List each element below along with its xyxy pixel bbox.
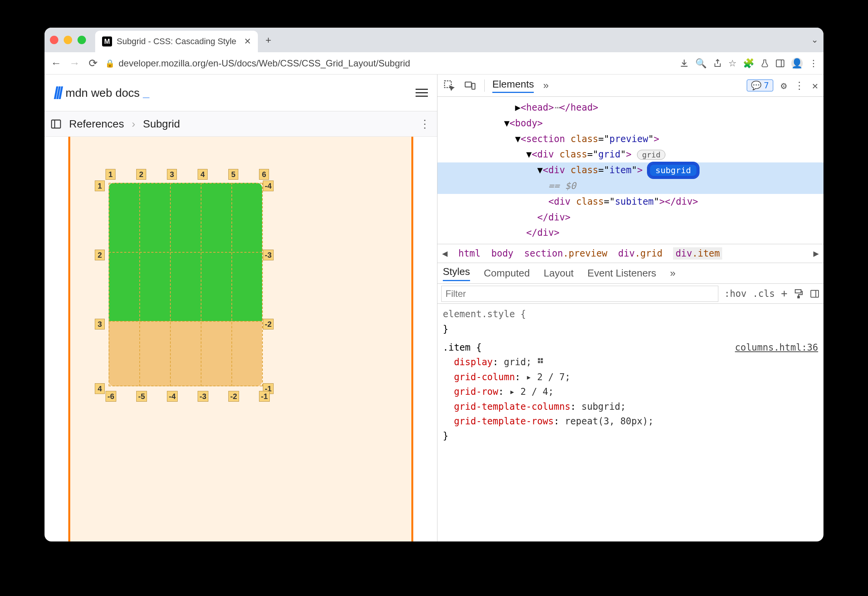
breadcrumb-more-button[interactable]: ⋮ (419, 118, 431, 130)
style-rule[interactable]: element.style { (443, 307, 818, 321)
hov-toggle[interactable]: :hov (724, 288, 747, 299)
example-frame: 1 2 3 4 5 6 1 2 3 4 -4 -3 -2 (68, 137, 413, 541)
style-rule-header[interactable]: columns.html:36.item { (443, 340, 818, 355)
svg-rect-9 (541, 358, 543, 361)
tab-more-icon[interactable]: » (670, 267, 675, 279)
crumb-item[interactable]: div.grid (618, 248, 663, 259)
browser-tab[interactable]: M Subgrid - CSS: Cascading Style ✕ (95, 31, 258, 52)
style-rule: } (443, 429, 818, 443)
cls-toggle[interactable]: .cls (752, 288, 775, 299)
grid-line-label: 3 (95, 319, 105, 329)
style-declaration[interactable]: grid-template-rows: repeat(3, 80px); (443, 414, 818, 429)
hamburger-menu-button[interactable] (416, 86, 428, 99)
dom-node[interactable]: ▼<section class="preview"> (437, 131, 823, 147)
dom-eq: == $0 (437, 178, 823, 194)
install-icon[interactable] (679, 58, 689, 68)
new-style-icon[interactable]: + (781, 287, 787, 300)
dom-node[interactable]: </div> (437, 210, 823, 225)
browser-window: M Subgrid - CSS: Cascading Style ✕ + ⌄ ←… (45, 28, 823, 541)
crumb-item[interactable]: section.preview (524, 248, 607, 259)
breadcrumb-separator: › (132, 118, 135, 130)
style-declaration[interactable]: display: grid; (443, 355, 818, 369)
svg-rect-8 (538, 358, 540, 361)
crumb-item[interactable]: body (491, 248, 513, 259)
svg-rect-5 (795, 290, 801, 293)
grid-badge[interactable]: grid (637, 150, 665, 160)
svg-rect-1 (51, 120, 60, 128)
crumb-prev-icon[interactable]: ◀ (442, 248, 447, 259)
new-tab-button[interactable]: + (266, 34, 271, 46)
close-devtools-icon[interactable]: ✕ (812, 80, 818, 91)
style-declaration[interactable]: grid-column: ▸ 2 / 7; (443, 370, 818, 384)
paint-icon[interactable] (794, 289, 804, 299)
svg-rect-7 (811, 290, 818, 297)
issues-badge[interactable]: 💬7 (747, 79, 773, 91)
divider (484, 79, 485, 92)
maximize-window-button[interactable] (78, 36, 86, 44)
close-window-button[interactable] (50, 36, 58, 44)
lock-icon: 🔒 (105, 59, 115, 68)
menu-icon[interactable]: ⋮ (809, 58, 818, 69)
mdn-logo[interactable]: /// mdn web docs _ (54, 83, 149, 103)
style-declaration[interactable]: grid-template-columns: subgrid; (443, 399, 818, 414)
style-source-link[interactable]: columns.html:36 (735, 340, 818, 355)
back-button[interactable]: ← (50, 57, 62, 70)
device-toggle-icon[interactable] (464, 79, 477, 92)
crumb-next-icon[interactable]: ▶ (814, 248, 819, 259)
svg-rect-0 (776, 60, 784, 67)
url-field[interactable]: 🔒 developer.mozilla.org/en-US/docs/Web/C… (105, 58, 673, 69)
mdn-header: /// mdn web docs _ (45, 74, 437, 111)
dom-breadcrumb: ◀ html body section.preview div.grid div… (437, 244, 823, 263)
breadcrumb-current: Subgrid (143, 118, 180, 130)
zoom-icon[interactable]: 🔍 (695, 58, 707, 69)
svg-rect-6 (798, 296, 799, 298)
content-area: /// mdn web docs _ References › Subgrid … (45, 74, 823, 541)
styles-filter-input[interactable] (441, 286, 718, 302)
sidepanel-icon[interactable] (775, 59, 785, 68)
tab-event-listeners[interactable]: Event Listeners (587, 267, 656, 279)
tab-elements[interactable]: Elements (492, 78, 534, 93)
tab-close-button[interactable]: ✕ (244, 36, 251, 46)
tab-layout[interactable]: Layout (544, 267, 574, 279)
breadcrumb-root[interactable]: References (69, 118, 124, 130)
grid-line-label: 1 (95, 180, 105, 191)
dom-node-selected[interactable]: ▼<div class="item"> subgrid (437, 162, 823, 178)
reload-button[interactable]: ⟳ (87, 57, 99, 70)
grid-line-label: -6 (106, 391, 116, 402)
minimize-window-button[interactable] (64, 36, 72, 44)
dom-node[interactable]: ▶<head>⋯</head> (437, 100, 823, 116)
dom-tree[interactable]: ▶<head>⋯</head> ▼<body> ▼<section class=… (437, 97, 823, 244)
share-icon[interactable] (713, 58, 722, 68)
sidebar-toggle-icon[interactable] (51, 119, 61, 129)
bookmark-icon[interactable]: ☆ (728, 58, 737, 69)
sidebar-toggle-icon[interactable] (810, 289, 820, 298)
crumb-item[interactable]: div.item (673, 247, 722, 260)
settings-icon[interactable]: ⚙ (781, 80, 787, 91)
page-body: 1 2 3 4 5 6 1 2 3 4 -4 -3 -2 (45, 137, 437, 541)
subgrid-badge[interactable]: subgrid (648, 163, 698, 178)
crumb-item[interactable]: html (458, 248, 480, 259)
styles-pane[interactable]: element.style { } columns.html:36.item {… (437, 304, 823, 447)
dom-node[interactable]: </div> (437, 225, 823, 241)
extensions-icon[interactable]: 🧩 (743, 58, 754, 69)
tabs-menu-button[interactable]: ⌄ (811, 35, 818, 45)
forward-button[interactable]: → (68, 57, 81, 70)
labs-icon[interactable] (761, 58, 769, 68)
page-panel: /// mdn web docs _ References › Subgrid … (45, 74, 437, 541)
subitem-green (109, 183, 262, 321)
tab-more-icon[interactable]: » (543, 79, 548, 91)
grid-line-label: 6 (259, 169, 269, 180)
favicon: M (102, 36, 112, 46)
style-declaration[interactable]: grid-row: ▸ 2 / 4; (443, 384, 818, 399)
tab-styles[interactable]: Styles (443, 266, 470, 281)
dom-node[interactable]: ▼<div class="grid"> grid (437, 147, 823, 162)
titlebar: M Subgrid - CSS: Cascading Style ✕ + ⌄ (45, 28, 823, 52)
dom-node[interactable]: <div class="subitem"></div> (437, 194, 823, 210)
tab-computed[interactable]: Computed (484, 267, 530, 279)
dom-node[interactable]: ▼<body> (437, 116, 823, 131)
inspect-element-icon[interactable] (443, 79, 456, 92)
profile-icon[interactable]: 👤 (791, 58, 803, 69)
styles-filter-row: :hov .cls + (437, 284, 823, 304)
more-icon[interactable]: ⋮ (794, 80, 804, 91)
grid-editor-icon[interactable] (537, 357, 546, 365)
